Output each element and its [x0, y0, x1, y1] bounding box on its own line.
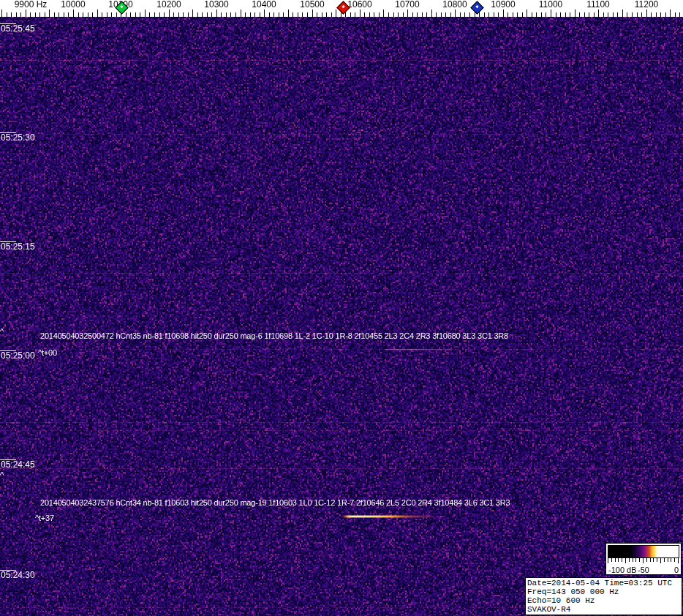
freq-tick [364, 12, 365, 17]
freq-tick [603, 12, 604, 17]
freq-tick [594, 12, 595, 17]
freq-tick [665, 12, 666, 17]
legend-tick [674, 558, 675, 562]
freq-tick [107, 12, 107, 17]
freq-tick [279, 12, 279, 17]
legend-tick [678, 558, 679, 563]
freq-tick [637, 12, 638, 17]
freq-tick [322, 12, 322, 17]
freq-tick [73, 10, 74, 17]
freq-tick [617, 12, 618, 17]
station-info-box: Date=2014-05-04 Time=03:25 UTC Freq=143 … [525, 577, 682, 615]
freq-tick [670, 10, 671, 17]
legend-tick [635, 558, 636, 562]
legend-tick [650, 558, 651, 562]
freq-tick [575, 10, 576, 17]
freq-label: 9900 Hz [15, 0, 48, 10]
freq-tick [317, 12, 317, 17]
freq-tick [178, 12, 179, 17]
marker-diamond-blue[interactable] [470, 1, 483, 14]
freq-tick [350, 12, 351, 17]
freq-tick [527, 10, 527, 17]
freq-tick [283, 12, 284, 17]
freq-tick [445, 12, 446, 17]
colormap-gradient [608, 545, 679, 558]
freq-tick [608, 12, 608, 17]
freq-tick [26, 10, 26, 17]
freq-tick [68, 12, 69, 17]
frequency-ruler[interactable]: 9900 Hz100001010010200103001040010500106… [0, 0, 683, 17]
freq-tick [202, 12, 203, 17]
freq-tick [64, 12, 64, 17]
freq-tick [88, 12, 88, 17]
freq-tick [441, 12, 442, 17]
legend-tick [653, 558, 654, 562]
freq-tick [97, 10, 98, 17]
freq-tick [140, 12, 140, 17]
freq-tick [570, 12, 570, 17]
freq-tick [183, 12, 184, 17]
freq-label: 10600 [347, 0, 371, 10]
legend-tick [625, 558, 626, 563]
freq-tick [517, 12, 518, 17]
freq-tick [116, 12, 117, 17]
freq-tick [532, 12, 532, 17]
freq-tick [613, 12, 614, 17]
freq-tick [475, 12, 475, 17]
freq-tick [660, 12, 661, 17]
freq-tick [541, 12, 542, 17]
freq-label: 10300 [204, 0, 228, 10]
freq-tick [173, 12, 174, 17]
freq-tick [374, 12, 374, 17]
freq-tick [35, 12, 36, 17]
freq-tick [407, 10, 408, 17]
freq-tick [388, 12, 389, 17]
freq-label: 10400 [252, 0, 276, 10]
legend-tick [646, 558, 647, 562]
freq-tick [484, 12, 485, 17]
freq-tick [355, 12, 355, 17]
freq-label: 10900 [491, 0, 515, 10]
freq-tick [345, 12, 346, 17]
freq-tick [235, 12, 236, 17]
freq-tick [298, 12, 298, 17]
legend-tick [611, 558, 612, 562]
freq-tick [341, 12, 342, 17]
freq-tick [398, 12, 399, 17]
freq-tick [522, 12, 523, 17]
freq-tick [560, 12, 561, 17]
legend-tick [664, 558, 665, 562]
freq-tick [641, 12, 642, 17]
freq-tick [149, 12, 150, 17]
freq-label: 10000 [61, 0, 85, 10]
freq-tick [164, 12, 165, 17]
legend-tick [643, 558, 644, 563]
freq-tick [192, 10, 193, 17]
info-echo-offset: Echo=10 600 Hz [527, 596, 680, 605]
legend-min-label: -100 dB [608, 566, 637, 574]
freq-tick [326, 12, 327, 17]
freq-tick [207, 12, 208, 17]
freq-tick [589, 12, 589, 17]
legend-max-label: 0 [674, 566, 679, 574]
freq-tick [383, 10, 384, 17]
freq-tick [369, 12, 370, 17]
freq-tick [546, 12, 546, 17]
spectrogram-waterfall[interactable] [0, 17, 683, 616]
freq-tick [92, 12, 93, 17]
info-date-time: Date=2014-05-04 Time=03:25 UTC [527, 579, 680, 587]
freq-tick [412, 12, 413, 17]
freq-tick [154, 12, 155, 17]
freq-tick [403, 12, 404, 17]
freq-tick [45, 12, 45, 17]
freq-tick [250, 12, 251, 17]
freq-tick [30, 12, 31, 17]
freq-tick [464, 12, 465, 17]
legend-tick-ruler [608, 558, 679, 564]
legend-tick [622, 558, 622, 562]
freq-tick [469, 12, 470, 17]
freq-tick [598, 10, 599, 17]
freq-tick [503, 10, 504, 17]
info-frequency: Freq=143 050 000 Hz [527, 587, 680, 596]
legend-tick [633, 558, 633, 562]
